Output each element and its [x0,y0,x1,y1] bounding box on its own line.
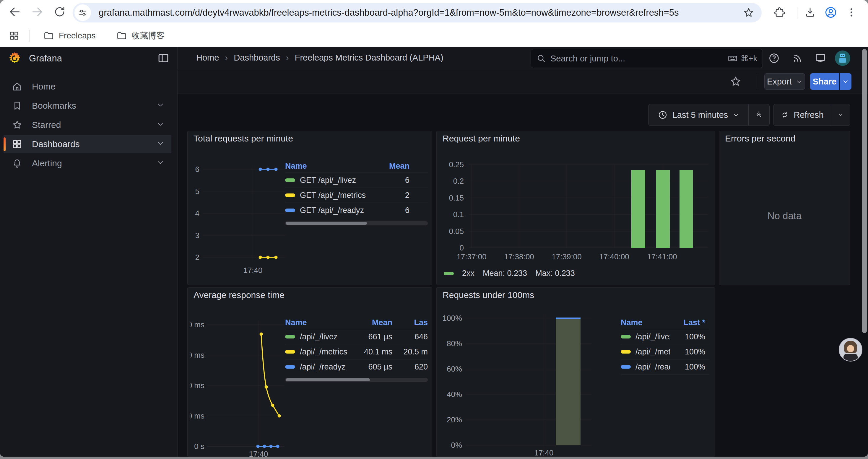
sidebar-item-bookmarks[interactable]: Bookmarks [4,97,172,115]
keyboard-icon [728,54,738,64]
legend-row[interactable]: /api/_/readyz 605 µs 620 [285,359,428,374]
series-readyz-line [256,445,279,448]
chevron-down-icon[interactable] [157,139,164,149]
url-bar[interactable]: grafana.mathmast.com/d/deytv4rwavabkb/fr… [73,3,762,23]
refresh-interval-button[interactable] [831,104,850,126]
requests-under-100ms-chart[interactable]: 100% 80% 60% 40% 20% 0% 17:40 [441,311,624,457]
scrollbar-vertical-thumb[interactable] [862,49,867,333]
time-range-button[interactable]: Last 5 minutes [649,104,748,126]
legend-header: Name Mean Las [285,316,428,329]
forward-arrow-icon[interactable] [30,4,45,20]
bookmark-star-icon[interactable] [740,4,757,22]
menu-kebab-icon[interactable] [844,5,859,20]
share-menu-button[interactable] [840,73,851,90]
total-requests-chart[interactable]: 6 5 4 3 2 17:40 [191,164,288,276]
request-per-minute-chart[interactable]: 0.25 0.2 0.15 0.1 0.05 0 17:37:00 17:38:… [441,154,713,262]
apps-grid-icon[interactable] [6,28,22,43]
legend-col-name[interactable]: Name [285,318,351,327]
breadcrumb-dashboards[interactable]: Dashboards [234,53,280,63]
legend-scrollbar[interactable] [285,378,428,382]
series-color-pill [621,365,631,369]
y-tick: 60 ms [191,351,205,359]
profile-icon[interactable] [823,5,838,20]
chevron-down-icon [796,78,802,85]
y-tick: 0.05 [449,227,464,236]
chevron-down-icon[interactable] [157,101,164,111]
legend-col-name[interactable]: Name [285,162,374,171]
legend-col-last[interactable]: Last * [670,318,709,327]
legend-row[interactable]: /api/_/metrics 100% [621,344,709,359]
zoom-out-button[interactable] [749,104,769,126]
legend-row[interactable]: GET /api/_/livez 6 [285,172,428,188]
series-color-pill [621,335,631,338]
legend-row[interactable]: GET /api/_/metrics 2 [285,188,428,203]
refresh-button[interactable]: Refresh [773,104,831,126]
average-response-time-chart[interactable]: 80 ms 60 ms 40 ms 20 ms 0 s 17:40 [191,317,291,457]
legend-col-mean[interactable]: Mean [374,162,409,171]
back-arrow-icon[interactable] [7,4,23,20]
search-input[interactable]: Search or jump to... ⌘+k [531,49,763,68]
zoom-out-icon [756,109,762,120]
legend-row[interactable]: /api/_/metrics 40.1 ms 20.5 m [285,344,428,359]
panel-title[interactable]: Average response time [193,290,284,300]
y-tick: 80% [447,339,462,348]
legend-row[interactable]: GET /api/_/readyz 6 [285,203,428,218]
panel-request-per-minute: Request per minute 0.25 0.2 0.15 0.1 [436,131,715,285]
sidebar-item-alerting[interactable]: Alerting [4,154,172,172]
panel-title[interactable]: Total requests per minute [193,133,293,143]
sidebar-toggle-icon[interactable] [157,52,169,66]
chevron-down-icon[interactable] [157,158,164,168]
legend-row[interactable]: /api/_/livez 100% [621,329,709,344]
breadcrumb-home[interactable]: Home [196,53,219,63]
legend-table: Name Mean GET /api/_/livez 6 GET /api/_/… [285,160,428,225]
share-button[interactable]: Share [810,73,839,90]
assistant-avatar[interactable] [839,338,862,362]
y-tick: 0 s [194,442,205,451]
reload-icon[interactable] [52,4,67,20]
bookmark-folder-blogs[interactable]: 收藏博客 [111,27,171,44]
user-avatar[interactable] [835,51,850,66]
favorite-star-icon[interactable] [730,75,742,89]
legend-header: Name Last * [621,316,709,329]
sidebar-item-home[interactable]: Home [4,77,172,96]
legend-col-last[interactable]: Las [392,318,428,327]
y-tick: 80 ms [191,320,205,329]
extensions-icon[interactable] [772,5,787,20]
sidebar-item-label: Starred [32,120,61,130]
site-settings-icon[interactable] [74,4,91,21]
y-tick: 4 [195,209,199,218]
url-text[interactable]: grafana.mathmast.com/d/deytv4rwavabkb/fr… [99,7,740,18]
legend-col-name[interactable]: Name [621,318,670,327]
export-button[interactable]: Export [764,73,805,90]
download-icon[interactable] [802,5,818,20]
series-color-pill [285,208,295,212]
sidebar-item-dashboards[interactable]: Dashboards [4,135,172,153]
sidebar-item-starred[interactable]: Starred [4,116,172,134]
legend-inline[interactable]: 2xx Mean: 0.233 Max: 0.233 [444,269,575,278]
legend-scrollbar[interactable] [285,221,428,225]
help-icon[interactable] [767,52,781,65]
rss-icon[interactable] [790,52,804,65]
time-controls: Last 5 minutes [648,104,770,126]
series-metrics-line [259,256,278,259]
chevron-down-icon[interactable] [157,120,164,130]
series-max: Max: 0.233 [535,269,575,278]
grafana-logo[interactable] [8,51,22,66]
bars-2xx [631,170,693,248]
legend-row[interactable]: /api/_/readyz 100% [621,359,709,374]
browser-chrome: grafana.mathmast.com/d/deytv4rwavabkb/fr… [0,0,868,47]
legend-col-mean[interactable]: Mean [351,318,392,327]
panel-title[interactable]: Requests under 100ms [442,290,534,300]
y-tick: 40 ms [191,381,205,390]
search-icon [536,54,546,64]
folder-icon [43,30,54,41]
panel-title[interactable]: Errors per second [725,133,795,143]
x-tick: 17:40:00 [599,252,629,261]
series-mean: Mean: 0.233 [483,269,527,278]
bookmark-folder-freeleaps[interactable]: Freeleaps [37,28,102,44]
breadcrumb: Home › Dashboards › Freeleaps Metrics Da… [196,53,443,63]
legend-row[interactable]: /api/_/livez 661 µs 646 [285,329,428,344]
monitor-icon[interactable] [814,52,827,65]
series-readyz-line [259,168,278,171]
panel-title[interactable]: Request per minute [442,133,520,143]
